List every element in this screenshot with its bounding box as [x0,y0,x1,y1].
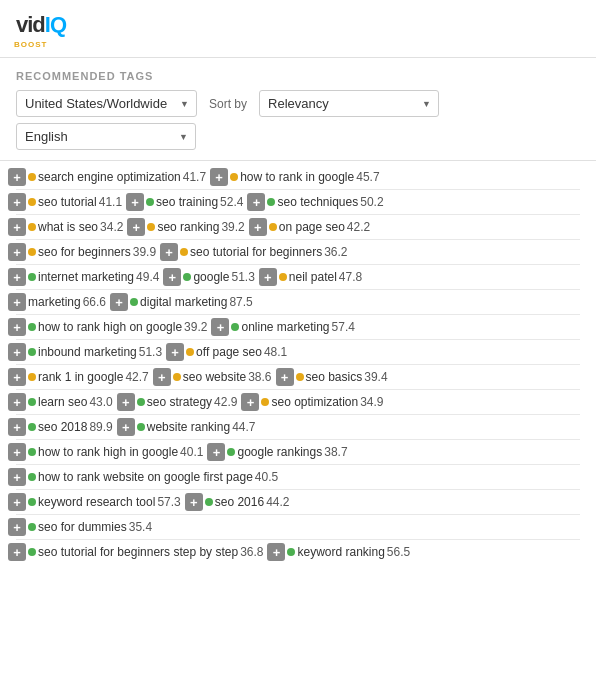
language-select[interactable]: English [16,123,196,150]
list-item: +seo tutorial for beginners step by step… [8,543,263,561]
tag-score: 40.1 [180,445,203,459]
tag-label: digital marketing [140,295,227,309]
language-select-wrapper[interactable]: English [16,123,196,150]
list-item: +on page seo 42.2 [249,218,370,236]
tag-add-button[interactable]: + [8,443,26,461]
tag-add-button[interactable]: + [276,368,294,386]
tag-add-button[interactable]: + [117,418,135,436]
tag-score: 38.6 [248,370,271,384]
tag-add-button[interactable]: + [8,318,26,336]
tag-add-button[interactable]: + [211,318,229,336]
tag-label: on page seo [279,220,345,234]
list-item: +learn seo 43.0 [8,393,113,411]
tag-dot-icon [28,348,36,356]
tag-score: 39.2 [221,220,244,234]
tag-dot-icon [28,473,36,481]
tag-dot-icon [137,423,145,431]
tag-add-button[interactable]: + [249,218,267,236]
tag-add-button[interactable]: + [247,193,265,211]
tag-add-button[interactable]: + [110,293,128,311]
tag-score: 42.2 [347,220,370,234]
tag-add-button[interactable]: + [8,518,26,536]
tag-row: +seo for beginners 39.9+seo tutorial for… [8,240,588,264]
tag-add-button[interactable]: + [160,243,178,261]
tag-add-button[interactable]: + [8,493,26,511]
tag-score: 36.2 [324,245,347,259]
list-item: +marketing 66.6 [8,293,106,311]
tag-dot-icon [296,373,304,381]
tag-add-button[interactable]: + [8,418,26,436]
tag-add-button[interactable]: + [185,493,203,511]
tag-add-button[interactable]: + [163,268,181,286]
tag-add-button[interactable]: + [8,168,26,186]
section-title: RECOMMENDED TAGS [0,58,596,90]
tag-add-button[interactable]: + [8,543,26,561]
tag-score: 44.2 [266,495,289,509]
tag-score: 43.0 [89,395,112,409]
tag-label: seo for beginners [38,245,131,259]
tag-score: 57.4 [332,320,355,334]
tag-score: 35.4 [129,520,152,534]
tag-add-button[interactable]: + [8,268,26,286]
tag-label: seo tutorial for beginners step by step [38,545,238,559]
tag-dot-icon [137,398,145,406]
tag-label: keyword ranking [297,545,384,559]
list-item: +how to rank high in google 40.1 [8,443,203,461]
tag-add-button[interactable]: + [8,193,26,211]
tag-label: seo optimization [271,395,358,409]
tag-label: google [193,270,229,284]
tag-add-button[interactable]: + [127,218,145,236]
tag-add-button[interactable]: + [153,368,171,386]
list-item: +seo for beginners 39.9 [8,243,156,261]
tag-row: +search engine optimization 41.7+how to … [8,165,588,189]
tag-add-button[interactable]: + [126,193,144,211]
tag-score: 36.8 [240,545,263,559]
tag-label: neil patel [289,270,337,284]
tag-dot-icon [183,273,191,281]
list-item: +website ranking 44.7 [117,418,256,436]
tag-add-button[interactable]: + [259,268,277,286]
tag-add-button[interactable]: + [267,543,285,561]
tag-row: +inbound marketing 51.3+off page seo 48.… [8,340,588,364]
tag-add-button[interactable]: + [207,443,225,461]
tag-label: learn seo [38,395,87,409]
tag-row: +how to rank website on google first pag… [8,465,588,489]
tag-row: +seo tutorial for beginners step by step… [8,540,588,564]
tag-score: 41.1 [99,195,122,209]
tag-label: seo basics [306,370,363,384]
tag-score: 87.5 [229,295,252,309]
tag-dot-icon [28,273,36,281]
list-item: +seo techniques 50.2 [247,193,383,211]
tag-add-button[interactable]: + [210,168,228,186]
tag-label: seo 2016 [215,495,264,509]
tag-add-button[interactable]: + [8,293,26,311]
tag-label: how to rank in google [240,170,354,184]
tag-label: what is seo [38,220,98,234]
tag-add-button[interactable]: + [8,243,26,261]
list-item: +search engine optimization 41.7 [8,168,206,186]
tag-label: seo training [156,195,218,209]
tag-dot-icon [205,498,213,506]
tag-label: website ranking [147,420,230,434]
tag-score: 50.2 [360,195,383,209]
list-item: +how to rank website on google first pag… [8,468,278,486]
tag-score: 41.7 [183,170,206,184]
tag-add-button[interactable]: + [8,393,26,411]
tag-add-button[interactable]: + [166,343,184,361]
tag-score: 48.1 [264,345,287,359]
tag-dot-icon [261,398,269,406]
region-select-wrapper[interactable]: United States/Worldwide [16,90,197,117]
sort-select[interactable]: Relevancy [259,90,439,117]
sort-select-wrapper[interactable]: Relevancy [259,90,439,117]
tag-score: 89.9 [89,420,112,434]
region-select[interactable]: United States/Worldwide [16,90,197,117]
tag-add-button[interactable]: + [8,343,26,361]
tag-add-button[interactable]: + [8,218,26,236]
tag-score: 42.9 [214,395,237,409]
tag-add-button[interactable]: + [241,393,259,411]
tag-add-button[interactable]: + [8,368,26,386]
tag-add-button[interactable]: + [8,468,26,486]
logo: vidIQ BOOST [16,12,580,49]
tag-dot-icon [28,448,36,456]
tag-add-button[interactable]: + [117,393,135,411]
